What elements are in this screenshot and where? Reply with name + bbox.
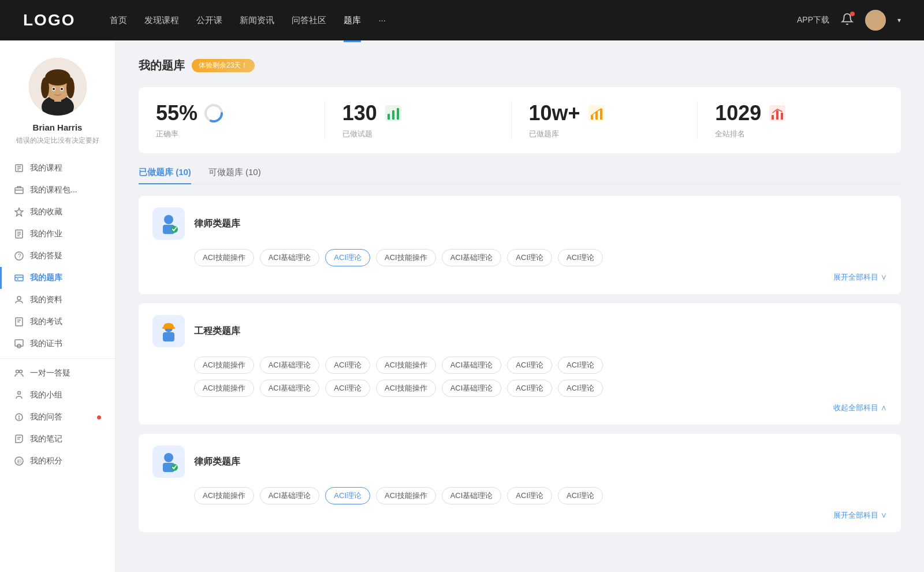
tag[interactable]: ACI技能操作 (194, 356, 254, 374)
profile-icon (14, 295, 24, 305)
tag[interactable]: ACI技能操作 (376, 249, 436, 266)
trial-badge: 体验剩余23天！ (192, 59, 255, 72)
nav-qa[interactable]: 问答社区 (292, 13, 326, 28)
stat-ranking-label: 全站排名 (715, 129, 745, 139)
tag[interactable]: ACI理论 (325, 380, 370, 397)
tag[interactable]: ACI基础理论 (442, 356, 502, 374)
tag[interactable]: ACI技能操作 (376, 380, 436, 397)
tag[interactable]: ACI基础理论 (442, 487, 502, 504)
nav-news[interactable]: 新闻资讯 (240, 13, 274, 28)
bank-card-lawyer-2-tags: ACI技能操作 ACI基础理论 ACI理论 ACI技能操作 ACI基础理论 AC… (152, 487, 887, 504)
tag-active[interactable]: ACI理论 (325, 487, 370, 504)
sidebar-item-cert-label: 我的证书 (30, 339, 101, 349)
tag[interactable]: ACI基础理论 (442, 249, 502, 266)
app-download-link[interactable]: APP下载 (797, 15, 829, 25)
sidebar-item-exam[interactable]: 我的考试 (0, 311, 115, 333)
sidebar-item-notes[interactable]: 我的笔记 (0, 428, 115, 450)
sidebar-item-packages[interactable]: 我的课程包... (0, 179, 115, 201)
sidebar-item-one-on-one-label: 一对一答疑 (30, 368, 101, 378)
lawyer-icon-2 (152, 445, 185, 478)
nav-bank[interactable]: 题库 (344, 13, 361, 28)
tag[interactable]: ACI理论 (325, 356, 370, 374)
tab-done-banks[interactable]: 已做题库 (10) (139, 167, 191, 184)
svg-rect-53 (595, 112, 598, 120)
bank-card-lawyer-2-title: 律师类题库 (194, 456, 240, 468)
expand-button-1[interactable]: 展开全部科目 ∨ (152, 272, 887, 283)
sidebar-item-qa[interactable]: ? 我的答疑 (0, 245, 115, 267)
tag[interactable]: ACI理论 (558, 249, 603, 266)
tabs-row: 已做题库 (10) 可做题库 (10) (139, 167, 901, 184)
svg-point-35 (16, 370, 19, 373)
tag[interactable]: ACI技能操作 (194, 487, 254, 504)
svg-rect-49 (392, 110, 394, 120)
stat-done-banks-value: 10w+ (529, 101, 580, 125)
tag[interactable]: ACI理论 (507, 380, 552, 397)
cert-icon (14, 339, 24, 349)
svg-point-40 (19, 419, 20, 419)
one-on-one-icon (14, 368, 24, 378)
svg-rect-48 (388, 114, 390, 120)
sidebar: Brian Harris 错误的决定比没有决定要好 我的课程 我的课程包... … (0, 40, 116, 572)
tag[interactable]: ACI技能操作 (376, 356, 436, 374)
tag[interactable]: ACI理论 (507, 487, 552, 504)
nav-discover[interactable]: 发现课程 (144, 13, 179, 28)
bank-card-lawyer-1-title: 律师类题库 (194, 218, 240, 230)
svg-marker-18 (15, 208, 23, 216)
tag[interactable]: ACI基础理论 (260, 356, 320, 374)
tag[interactable]: ACI理论 (558, 356, 603, 374)
done-questions-icon (383, 103, 404, 124)
sidebar-item-group[interactable]: 我的小组 (0, 384, 115, 406)
tab-available-banks[interactable]: 可做题库 (10) (208, 167, 261, 184)
tag[interactable]: ACI理论 (507, 249, 552, 266)
sidebar-item-packages-label: 我的课程包... (30, 185, 101, 195)
bank-card-engineer: 工程类题库 ACI技能操作 ACI基础理论 ACI理论 ACI技能操作 ACI基… (139, 303, 901, 425)
sidebar-item-cert[interactable]: 我的证书 (0, 333, 115, 355)
nav-more[interactable]: ··· (378, 13, 386, 28)
stat-accuracy: 55% 正确率 (156, 101, 325, 139)
tag[interactable]: ACI基础理论 (260, 249, 320, 266)
sidebar-item-profile-label: 我的资料 (30, 295, 101, 305)
sidebar-avatar (29, 58, 87, 116)
tag[interactable]: ACI基础理论 (260, 380, 320, 397)
svg-text:?: ? (18, 253, 21, 259)
bank-card-engineer-header: 工程类题库 (152, 315, 887, 347)
sidebar-item-favorites[interactable]: 我的收藏 (0, 201, 115, 223)
svg-rect-54 (600, 109, 602, 120)
sidebar-item-profile[interactable]: 我的资料 (0, 289, 115, 311)
nav-menu: 首页 发现课程 公开课 新闻资讯 问答社区 题库 ··· (110, 13, 797, 28)
tag[interactable]: ACI理论 (558, 487, 603, 504)
sidebar-item-answer[interactable]: 我的问答 (0, 406, 115, 428)
tag[interactable]: ACI技能操作 (194, 249, 254, 266)
expand-button-3[interactable]: 展开全部科目 ∨ (152, 510, 887, 521)
stat-done-banks-label: 已做题库 (529, 129, 559, 139)
sidebar-divider (0, 358, 115, 359)
sidebar-item-points[interactable]: 积 我的积分 (0, 450, 115, 472)
bank-card-lawyer-1: 律师类题库 ACI技能操作 ACI基础理论 ACI理论 ACI技能操作 ACI基… (139, 196, 901, 294)
tag[interactable]: ACI技能操作 (376, 487, 436, 504)
sidebar-item-homework[interactable]: 我的作业 (0, 223, 115, 245)
tag[interactable]: ACI基础理论 (442, 380, 502, 397)
avatar[interactable] (865, 10, 886, 31)
tag[interactable]: ACI理论 (507, 356, 552, 374)
sidebar-item-courses[interactable]: 我的课程 (0, 157, 115, 179)
notification-bell[interactable] (841, 13, 854, 28)
svg-rect-50 (397, 108, 399, 120)
tag-active[interactable]: ACI理论 (325, 249, 370, 266)
svg-point-37 (18, 392, 21, 395)
tag[interactable]: ACI基础理论 (260, 487, 320, 504)
nav-home[interactable]: 首页 (110, 13, 127, 28)
collapse-button[interactable]: 收起全部科目 ∧ (152, 403, 887, 413)
svg-rect-16 (15, 188, 23, 194)
tag[interactable]: ACI理论 (558, 380, 603, 397)
svg-point-28 (17, 296, 21, 300)
notes-icon (14, 434, 24, 444)
svg-text:积: 积 (17, 459, 22, 465)
tag[interactable]: ACI技能操作 (194, 380, 254, 397)
bank-icon (14, 273, 24, 283)
question-icon: ? (14, 251, 24, 261)
page-wrapper: Brian Harris 错误的决定比没有决定要好 我的课程 我的课程包... … (0, 40, 924, 572)
nav-openclass[interactable]: 公开课 (196, 13, 222, 28)
sidebar-item-one-on-one[interactable]: 一对一答疑 (0, 362, 115, 384)
stat-done-banks: 10w+ 已做题库 (512, 101, 698, 139)
sidebar-item-bank[interactable]: 我的题库 (0, 267, 115, 289)
